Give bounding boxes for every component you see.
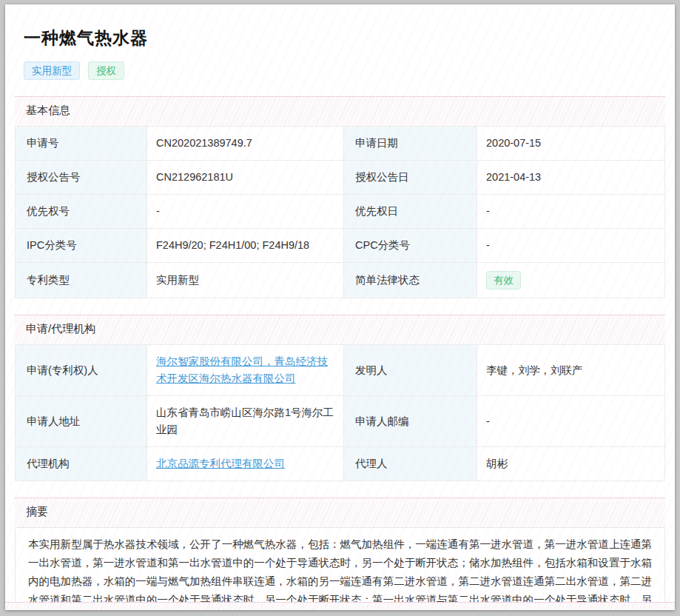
field-value-applicant-address: 山东省青岛市崂山区海尔路1号海尔工业园 [147,396,344,447]
field-label: CPC分类号 [344,229,477,263]
field-value-legal-status: 有效 [477,263,665,298]
applicant-link[interactable]: 海尔智家股份有限公司，青岛经济技术开发区海尔热水器有限公司 [156,355,328,384]
badge-row: 实用新型 授权 [24,61,665,80]
field-value-publication-number: CN212962181U [147,161,344,195]
field-value-application-date: 2020-07-15 [477,127,665,161]
granted-status-badge: 授权 [88,61,124,80]
agency-link[interactable]: 北京品源专利代理有限公司 [156,458,285,469]
field-label: 授权公告号 [16,161,147,195]
table-row: 专利类型 实用新型 简单法律状态 有效 [16,263,665,298]
table-row: 代理机构 北京品源专利代理有限公司 代理人 胡彬 [16,447,665,481]
field-label: 授权公告日 [344,161,477,195]
field-label: 申请号 [16,127,147,161]
field-label: 代理人 [344,447,477,481]
field-value-cpc-class: - [477,229,665,263]
field-label: 申请人地址 [16,396,147,447]
abstract-text: 本实用新型属于热水器技术领域，公开了一种燃气热水器，包括：燃气加热组件，一端连通… [15,527,665,610]
field-label: 优先权号 [16,195,147,229]
patent-detail-page: 一种燃气热水器 实用新型 授权 基本信息 申请号 CN202021389749.… [5,4,675,610]
table-row: 申请人地址 山东省青岛市崂山区海尔路1号海尔工业园 申请人邮编 - [16,396,665,447]
field-value-agent: 胡彬 [477,447,665,481]
field-value-agency: 北京品源专利代理有限公司 [147,447,344,481]
field-value-postcode: - [477,396,665,447]
bottom-watermark-strip [5,602,675,610]
field-label: 申请日期 [344,127,477,161]
field-label: 申请(专利权)人 [16,345,147,396]
section-heading-applicant-agency: 申请/代理机构 [15,315,665,344]
field-value-publication-date: 2021-04-13 [477,161,665,195]
table-row: 申请号 CN202021389749.7 申请日期 2020-07-15 [16,127,665,161]
field-label: IPC分类号 [16,229,147,263]
legal-status-badge: 有效 [486,271,521,289]
field-label: 简单法律状态 [344,263,477,298]
field-label: 专利类型 [16,263,147,298]
field-label: 优先权日 [344,195,477,229]
section-heading-basic-info: 基本信息 [15,96,665,126]
field-value-patent-type: 实用新型 [147,263,344,298]
table-row: IPC分类号 F24H9/20; F24H1/00; F24H9/18 CPC分… [16,229,665,263]
applicant-agency-table: 申请(专利权)人 海尔智家股份有限公司，青岛经济技术开发区海尔热水器有限公司 发… [15,344,665,481]
table-row: 授权公告号 CN212962181U 授权公告日 2021-04-13 [16,161,665,195]
field-value-inventors: 李键，刘学，刘联产 [477,345,665,396]
field-value-applicant: 海尔智家股份有限公司，青岛经济技术开发区海尔热水器有限公司 [147,345,344,396]
table-row: 申请(专利权)人 海尔智家股份有限公司，青岛经济技术开发区海尔热水器有限公司 发… [16,345,665,396]
field-value-ipc-class: F24H9/20; F24H1/00; F24H9/18 [147,229,344,263]
field-value-application-number: CN202021389749.7 [147,127,344,161]
field-value-priority-number: - [147,195,344,229]
table-row: 优先权号 - 优先权日 - [16,195,665,229]
field-label: 申请人邮编 [344,396,477,447]
field-value-priority-date: - [477,195,665,229]
basic-info-table: 申请号 CN202021389749.7 申请日期 2020-07-15 授权公… [15,126,665,298]
page-title: 一种燃气热水器 [15,4,665,50]
section-heading-abstract: 摘要 [15,498,665,527]
patent-type-badge: 实用新型 [24,61,80,80]
field-label: 代理机构 [16,447,147,481]
field-label: 发明人 [344,345,477,396]
page-content: 一种燃气热水器 实用新型 授权 基本信息 申请号 CN202021389749.… [5,4,675,610]
